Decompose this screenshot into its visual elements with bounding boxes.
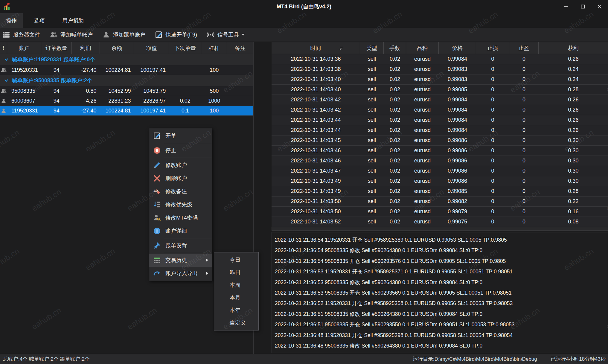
orders-horizontal-scrollbar[interactable] [272,227,608,231]
context-menu-item-7[interactable]: 修改MT4密码 [149,211,212,224]
order-cell-1: 2022-10-31 14:03:44 [272,125,360,135]
account-row[interactable]: 95008335940.8010452.9910453.79500 [0,86,253,96]
order-row[interactable]: 2022-10-31 14:03:49sell0.02eurusd0.99086… [272,176,608,186]
accounts-table-body: 喊单账户:119520331 跟单账户:0个 11952033194-27.40… [0,54,253,116]
orders-header-5[interactable]: 价格 [439,42,476,54]
orders-header-3[interactable]: 手数 [384,42,406,54]
account-row[interactable]: 11952033194-27.40100224.81100197.410.110… [0,106,253,116]
order-cell-8: 0.26 [539,95,608,105]
toolbar-button-4[interactable]: 快速开单(F9) [154,31,197,39]
context-menu-item-3[interactable]: 修改账户 [149,159,212,172]
context-menu-item-1[interactable]: 开单 [149,129,212,142]
order-row[interactable]: 2022-10-31 14:03:44sell0.02eurusd0.99084… [272,115,608,125]
order-cell-7: 0 [509,64,539,74]
context-menu-item-4[interactable]: 删除账户 [149,172,212,185]
close-button[interactable] [591,0,608,13]
account-group-row[interactable]: 喊单账户:119520331 跟单账户:0个 [0,54,253,65]
submenu-item-3[interactable]: 本周 [214,279,258,291]
order-cell-1: 2022-10-31 14:03:46 [272,156,360,166]
account-cell-orders: 94 [41,96,72,106]
menubar-item-1[interactable]: 操作 [0,13,23,28]
order-row[interactable]: 2022-10-31 14:03:47sell0.02eurusd0.99086… [272,166,608,176]
submenu-item-6[interactable]: 自定义 [214,316,258,329]
menubar-item-3[interactable]: 用户捐助 [56,13,90,28]
context-menu-item-2[interactable]: 停止 [149,144,212,157]
accounts-header-7[interactable]: 下次单量 [169,42,201,54]
accounts-header-9[interactable]: 备注 [227,42,253,54]
order-row[interactable]: 2022-10-31 14:03:38sell0.02eurusd0.99083… [272,64,608,74]
account-row[interactable]: 6000360794-4.2622831.2322826.970.021000 [0,96,253,106]
orders-header-6[interactable]: 止损 [476,42,509,54]
accounts-header-3[interactable]: 订单数量 [41,42,72,54]
toolbar-button-3[interactable]: 添加跟单账户 [102,31,145,39]
toolbar-button-5[interactable]: 信号工具 [206,31,245,39]
accounts-header-6[interactable]: 净值 [134,42,169,54]
accounts-header-2[interactable]: 账户 [7,42,41,54]
submenu-item-1[interactable]: 今日 [214,254,258,266]
history-icon [153,256,161,264]
order-row[interactable]: 2022-10-31 14:03:42sell0.02eurusd0.99084… [272,105,608,115]
edit-account-icon [153,161,161,169]
context-menu-item-5[interactable]: ab 修改备注 [149,185,212,198]
submenu-item-5[interactable]: 本年 [214,304,258,316]
order-row[interactable]: 2022-10-31 14:03:40sell0.02eurusd0.99085… [272,85,608,95]
add-caller-account-icon [50,31,57,39]
order-row[interactable]: 2022-10-31 14:03:50sell0.02eurusd0.99079… [272,207,608,217]
minimize-button[interactable] [558,0,575,13]
account-row[interactable]: 11952033194-27.40100224.81100197.41100 [0,65,253,75]
accounts-header-5[interactable]: 余额 [100,42,134,54]
order-row[interactable]: 2022-10-31 14:03:46sell0.02eurusd0.99086… [272,156,608,166]
submenu-item-4[interactable]: 本月 [214,291,258,304]
orders-header-2[interactable]: 类型 [360,42,384,54]
app-window: MT4 Bird (自由鸟v4.2) 操作选项用户捐助 服务器文件 添加喊单账户… [0,0,608,364]
order-cell-8: 0.26 [539,125,608,135]
chevron-down-icon [4,58,8,61]
account-group-label: 喊单账户:119520331 跟单账户:0个 [12,56,95,63]
account-group-row[interactable]: 喊单账户:95008335 跟单账户:2个 [0,75,253,86]
accounts-header-1[interactable]: ! [0,42,7,54]
order-row[interactable]: 2022-10-31 14:03:49sell0.02eurusd0.99085… [272,186,608,197]
orders-header-4[interactable]: 品种 [406,42,439,54]
context-menu-item-8[interactable]: 账户详细 [149,224,212,237]
submenu-item-2[interactable]: 昨日 [214,266,258,279]
order-cell-7: 0 [509,85,539,95]
order-row[interactable]: 2022-10-31 14:03:36sell0.02eurusd0.99084… [272,54,608,64]
order-row[interactable]: 2022-10-31 14:03:46sell0.02eurusd0.99086… [272,146,608,156]
order-cell-7: 0 [509,197,539,206]
order-row[interactable]: 2022-10-31 14:03:45sell0.02eurusd0.99086… [272,135,608,146]
menubar-item-2[interactable]: 选项 [28,13,51,28]
orders-header-8[interactable]: 获利 [539,42,608,54]
toolbar-button-2[interactable]: 添加喊单账户 [49,31,93,39]
order-cell-6: 0 [476,105,509,115]
order-cell-4: eurusd [406,74,439,84]
order-cell-5: 0.99082 [439,197,476,206]
context-menu-item-9[interactable]: 跟单设置 [149,239,212,252]
order-cell-4: eurusd [406,95,439,105]
order-row[interactable]: 2022-10-31 14:03:50sell0.02eurusd0.99082… [272,197,608,207]
toolbar-button-1[interactable]: 服务器文件 [2,31,40,39]
order-cell-2: sell [360,135,384,145]
account-cell-equity: 10453.79 [134,86,169,96]
edit-note-icon: ab [153,188,161,195]
order-cell-8: 0.26 [539,54,608,64]
context-menu-item-10[interactable]: 交易历史 [149,254,212,267]
log-line: 2022-10-31 21:36:51 95008335 修改 Sell #59… [275,309,608,319]
order-row[interactable]: 2022-10-31 14:03:40sell0.02eurusd0.99083… [272,74,608,85]
order-row[interactable]: 2022-10-31 14:03:42sell0.02eurusd0.99084… [272,95,608,105]
title-bar: MT4 Bird (自由鸟v4.2) [0,0,608,13]
account-cell-equity: 100197.41 [134,106,169,115]
maximize-button[interactable] [575,0,591,13]
orders-header-7[interactable]: 止盈 [509,42,539,54]
orders-header-1[interactable]: 时间 [272,42,360,54]
accounts-header-8[interactable]: 杠杆 [201,42,227,54]
accounts-header-4[interactable]: 利润 [72,42,100,54]
context-menu-item-11[interactable]: 账户导入导出 [149,267,212,280]
order-row[interactable]: 2022-10-31 14:03:44sell0.02eurusd0.99084… [272,125,608,135]
order-cell-1: 2022-10-31 14:03:42 [272,95,360,105]
order-cell-3: 0.02 [384,64,406,74]
order-cell-2: sell [360,166,384,176]
order-cell-1: 2022-10-31 14:03:40 [272,85,360,95]
order-row[interactable]: 2022-10-31 14:03:52sell0.02eurusd0.99075… [272,217,608,227]
window-controls [558,0,608,13]
context-menu-item-6[interactable]: 修改优先级 [149,198,212,211]
